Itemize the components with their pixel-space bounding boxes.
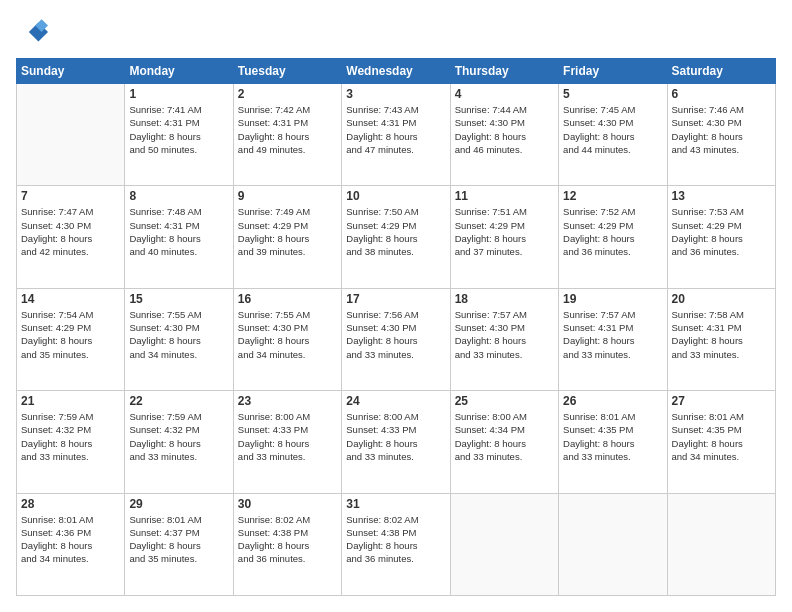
calendar-week-1: 1Sunrise: 7:41 AM Sunset: 4:31 PM Daylig… bbox=[17, 84, 776, 186]
day-number: 10 bbox=[346, 189, 445, 203]
calendar-cell: 24Sunrise: 8:00 AM Sunset: 4:33 PM Dayli… bbox=[342, 391, 450, 493]
calendar-cell: 31Sunrise: 8:02 AM Sunset: 4:38 PM Dayli… bbox=[342, 493, 450, 595]
calendar-cell: 13Sunrise: 7:53 AM Sunset: 4:29 PM Dayli… bbox=[667, 186, 775, 288]
day-info: Sunrise: 7:47 AM Sunset: 4:30 PM Dayligh… bbox=[21, 205, 120, 258]
calendar-cell: 10Sunrise: 7:50 AM Sunset: 4:29 PM Dayli… bbox=[342, 186, 450, 288]
day-number: 12 bbox=[563, 189, 662, 203]
day-info: Sunrise: 7:52 AM Sunset: 4:29 PM Dayligh… bbox=[563, 205, 662, 258]
calendar-cell: 14Sunrise: 7:54 AM Sunset: 4:29 PM Dayli… bbox=[17, 288, 125, 390]
calendar-cell: 5Sunrise: 7:45 AM Sunset: 4:30 PM Daylig… bbox=[559, 84, 667, 186]
day-info: Sunrise: 7:50 AM Sunset: 4:29 PM Dayligh… bbox=[346, 205, 445, 258]
day-number: 29 bbox=[129, 497, 228, 511]
calendar-cell: 12Sunrise: 7:52 AM Sunset: 4:29 PM Dayli… bbox=[559, 186, 667, 288]
calendar-cell: 20Sunrise: 7:58 AM Sunset: 4:31 PM Dayli… bbox=[667, 288, 775, 390]
calendar-cell: 1Sunrise: 7:41 AM Sunset: 4:31 PM Daylig… bbox=[125, 84, 233, 186]
day-number: 9 bbox=[238, 189, 337, 203]
day-info: Sunrise: 8:01 AM Sunset: 4:36 PM Dayligh… bbox=[21, 513, 120, 566]
calendar-cell bbox=[17, 84, 125, 186]
day-number: 28 bbox=[21, 497, 120, 511]
calendar-cell: 2Sunrise: 7:42 AM Sunset: 4:31 PM Daylig… bbox=[233, 84, 341, 186]
calendar-cell bbox=[559, 493, 667, 595]
calendar-cell: 19Sunrise: 7:57 AM Sunset: 4:31 PM Dayli… bbox=[559, 288, 667, 390]
logo-icon bbox=[16, 16, 48, 48]
page: SundayMondayTuesdayWednesdayThursdayFrid… bbox=[0, 0, 792, 612]
calendar-cell: 26Sunrise: 8:01 AM Sunset: 4:35 PM Dayli… bbox=[559, 391, 667, 493]
day-info: Sunrise: 7:42 AM Sunset: 4:31 PM Dayligh… bbox=[238, 103, 337, 156]
day-header-friday: Friday bbox=[559, 59, 667, 84]
day-info: Sunrise: 7:41 AM Sunset: 4:31 PM Dayligh… bbox=[129, 103, 228, 156]
calendar-week-5: 28Sunrise: 8:01 AM Sunset: 4:36 PM Dayli… bbox=[17, 493, 776, 595]
calendar-cell: 9Sunrise: 7:49 AM Sunset: 4:29 PM Daylig… bbox=[233, 186, 341, 288]
day-header-thursday: Thursday bbox=[450, 59, 558, 84]
day-header-saturday: Saturday bbox=[667, 59, 775, 84]
day-header-monday: Monday bbox=[125, 59, 233, 84]
day-number: 2 bbox=[238, 87, 337, 101]
day-header-sunday: Sunday bbox=[17, 59, 125, 84]
day-info: Sunrise: 7:55 AM Sunset: 4:30 PM Dayligh… bbox=[238, 308, 337, 361]
day-number: 4 bbox=[455, 87, 554, 101]
day-info: Sunrise: 7:55 AM Sunset: 4:30 PM Dayligh… bbox=[129, 308, 228, 361]
day-info: Sunrise: 7:51 AM Sunset: 4:29 PM Dayligh… bbox=[455, 205, 554, 258]
day-number: 18 bbox=[455, 292, 554, 306]
day-number: 8 bbox=[129, 189, 228, 203]
day-number: 20 bbox=[672, 292, 771, 306]
calendar-cell: 8Sunrise: 7:48 AM Sunset: 4:31 PM Daylig… bbox=[125, 186, 233, 288]
calendar-cell: 25Sunrise: 8:00 AM Sunset: 4:34 PM Dayli… bbox=[450, 391, 558, 493]
day-number: 23 bbox=[238, 394, 337, 408]
day-info: Sunrise: 7:49 AM Sunset: 4:29 PM Dayligh… bbox=[238, 205, 337, 258]
day-header-wednesday: Wednesday bbox=[342, 59, 450, 84]
day-info: Sunrise: 8:01 AM Sunset: 4:35 PM Dayligh… bbox=[563, 410, 662, 463]
calendar-cell: 28Sunrise: 8:01 AM Sunset: 4:36 PM Dayli… bbox=[17, 493, 125, 595]
calendar-cell: 3Sunrise: 7:43 AM Sunset: 4:31 PM Daylig… bbox=[342, 84, 450, 186]
day-number: 1 bbox=[129, 87, 228, 101]
calendar-cell: 18Sunrise: 7:57 AM Sunset: 4:30 PM Dayli… bbox=[450, 288, 558, 390]
day-info: Sunrise: 8:01 AM Sunset: 4:37 PM Dayligh… bbox=[129, 513, 228, 566]
day-info: Sunrise: 7:44 AM Sunset: 4:30 PM Dayligh… bbox=[455, 103, 554, 156]
header bbox=[16, 16, 776, 48]
calendar-cell bbox=[667, 493, 775, 595]
day-header-tuesday: Tuesday bbox=[233, 59, 341, 84]
day-number: 26 bbox=[563, 394, 662, 408]
day-info: Sunrise: 7:43 AM Sunset: 4:31 PM Dayligh… bbox=[346, 103, 445, 156]
day-number: 25 bbox=[455, 394, 554, 408]
day-number: 30 bbox=[238, 497, 337, 511]
calendar-cell: 17Sunrise: 7:56 AM Sunset: 4:30 PM Dayli… bbox=[342, 288, 450, 390]
day-number: 11 bbox=[455, 189, 554, 203]
calendar-cell: 6Sunrise: 7:46 AM Sunset: 4:30 PM Daylig… bbox=[667, 84, 775, 186]
day-number: 27 bbox=[672, 394, 771, 408]
day-info: Sunrise: 7:56 AM Sunset: 4:30 PM Dayligh… bbox=[346, 308, 445, 361]
calendar-header-row: SundayMondayTuesdayWednesdayThursdayFrid… bbox=[17, 59, 776, 84]
calendar: SundayMondayTuesdayWednesdayThursdayFrid… bbox=[16, 58, 776, 596]
day-number: 15 bbox=[129, 292, 228, 306]
calendar-cell: 22Sunrise: 7:59 AM Sunset: 4:32 PM Dayli… bbox=[125, 391, 233, 493]
calendar-cell: 15Sunrise: 7:55 AM Sunset: 4:30 PM Dayli… bbox=[125, 288, 233, 390]
calendar-cell: 27Sunrise: 8:01 AM Sunset: 4:35 PM Dayli… bbox=[667, 391, 775, 493]
day-info: Sunrise: 7:46 AM Sunset: 4:30 PM Dayligh… bbox=[672, 103, 771, 156]
day-info: Sunrise: 7:45 AM Sunset: 4:30 PM Dayligh… bbox=[563, 103, 662, 156]
calendar-cell: 23Sunrise: 8:00 AM Sunset: 4:33 PM Dayli… bbox=[233, 391, 341, 493]
day-info: Sunrise: 8:02 AM Sunset: 4:38 PM Dayligh… bbox=[238, 513, 337, 566]
day-info: Sunrise: 7:58 AM Sunset: 4:31 PM Dayligh… bbox=[672, 308, 771, 361]
day-number: 24 bbox=[346, 394, 445, 408]
day-number: 22 bbox=[129, 394, 228, 408]
calendar-cell bbox=[450, 493, 558, 595]
calendar-cell: 7Sunrise: 7:47 AM Sunset: 4:30 PM Daylig… bbox=[17, 186, 125, 288]
day-info: Sunrise: 7:57 AM Sunset: 4:31 PM Dayligh… bbox=[563, 308, 662, 361]
day-number: 21 bbox=[21, 394, 120, 408]
day-info: Sunrise: 7:57 AM Sunset: 4:30 PM Dayligh… bbox=[455, 308, 554, 361]
day-info: Sunrise: 8:00 AM Sunset: 4:33 PM Dayligh… bbox=[238, 410, 337, 463]
day-number: 5 bbox=[563, 87, 662, 101]
day-number: 13 bbox=[672, 189, 771, 203]
calendar-week-4: 21Sunrise: 7:59 AM Sunset: 4:32 PM Dayli… bbox=[17, 391, 776, 493]
calendar-week-2: 7Sunrise: 7:47 AM Sunset: 4:30 PM Daylig… bbox=[17, 186, 776, 288]
calendar-cell: 21Sunrise: 7:59 AM Sunset: 4:32 PM Dayli… bbox=[17, 391, 125, 493]
day-info: Sunrise: 7:54 AM Sunset: 4:29 PM Dayligh… bbox=[21, 308, 120, 361]
calendar-cell: 4Sunrise: 7:44 AM Sunset: 4:30 PM Daylig… bbox=[450, 84, 558, 186]
day-number: 7 bbox=[21, 189, 120, 203]
day-info: Sunrise: 7:59 AM Sunset: 4:32 PM Dayligh… bbox=[21, 410, 120, 463]
calendar-cell: 16Sunrise: 7:55 AM Sunset: 4:30 PM Dayli… bbox=[233, 288, 341, 390]
day-number: 16 bbox=[238, 292, 337, 306]
day-info: Sunrise: 8:02 AM Sunset: 4:38 PM Dayligh… bbox=[346, 513, 445, 566]
day-number: 17 bbox=[346, 292, 445, 306]
day-number: 31 bbox=[346, 497, 445, 511]
